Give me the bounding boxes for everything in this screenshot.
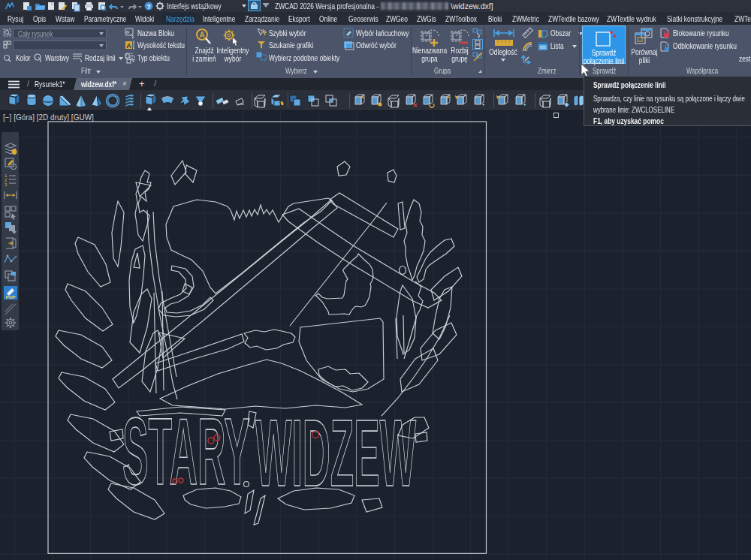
- svg-text:STARY: STARY: [122, 399, 250, 504]
- svg-text:A: A: [126, 42, 131, 50]
- svg-text:A: A: [199, 31, 204, 39]
- svg-text:3: 3: [5, 182, 8, 187]
- svg-text:WIDZEW: WIDZEW: [255, 400, 416, 506]
- svg-text:POP: POP: [6, 295, 16, 300]
- svg-text:?: ?: [146, 3, 151, 11]
